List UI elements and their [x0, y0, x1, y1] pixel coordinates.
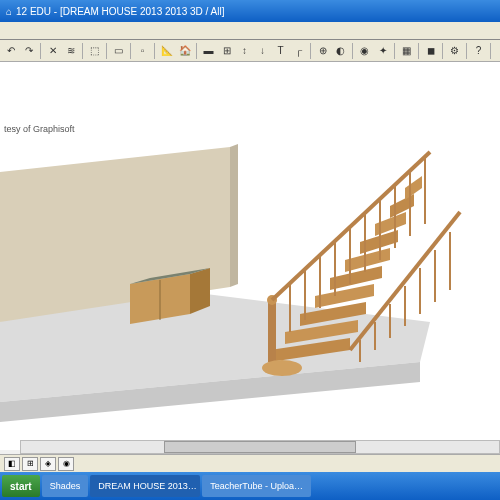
taskbar-item-0[interactable]: Shades [42, 475, 89, 497]
fill-icon[interactable]: ◼ [422, 42, 439, 59]
app-icon: ⌂ [6, 6, 12, 17]
svg-marker-4 [330, 266, 382, 290]
toolbar-separator [442, 43, 443, 59]
scrollbar-thumb[interactable] [164, 441, 355, 453]
bottombar-button-0[interactable]: ◧ [4, 457, 20, 471]
window-title: 12 EDU - [DREAM HOUSE 2013 2013 3D / All… [16, 6, 224, 17]
drop-icon[interactable]: ↓ [254, 42, 271, 59]
status-text: tesy of Graphisoft [4, 124, 75, 134]
taskbar-item-2[interactable]: TeacherTube - Uploa… [202, 475, 311, 497]
toolbar-separator [310, 43, 311, 59]
toolbar-separator [130, 43, 131, 59]
svg-point-31 [262, 360, 302, 376]
taskbar: start ShadesDREAM HOUSE 2013…TeacherTube… [0, 472, 500, 500]
toolbar-separator [418, 43, 419, 59]
svg-rect-10 [268, 302, 276, 362]
toolbar-separator [40, 43, 41, 59]
select-icon[interactable]: ▭ [110, 42, 127, 59]
house-icon[interactable]: 🏠 [176, 42, 193, 59]
start-button[interactable]: start [2, 475, 40, 497]
bottom-toolbar: ◧⊞◈◉ [0, 454, 500, 472]
taskbar-item-1[interactable]: DREAM HOUSE 2013… [90, 475, 200, 497]
undo-icon[interactable]: ↶ [2, 42, 19, 59]
element-icon[interactable]: ▫ [134, 42, 151, 59]
viewport-3d[interactable] [0, 62, 500, 450]
titlebar: ⌂ 12 EDU - [DREAM HOUSE 2013 2013 3D / A… [0, 0, 500, 22]
settings-icon[interactable]: ⚙ [446, 42, 463, 59]
window-icon[interactable]: ⬚ [86, 42, 103, 59]
toolbar-separator [154, 43, 155, 59]
height-icon[interactable]: ↕ [236, 42, 253, 59]
corner-icon[interactable]: ┌ [290, 42, 307, 59]
shade-icon[interactable]: ◐ [332, 42, 349, 59]
wall-icon[interactable]: ▬ [200, 42, 217, 59]
toolbar-separator [106, 43, 107, 59]
toolbar-separator [466, 43, 467, 59]
measure-icon[interactable]: 📐 [158, 42, 175, 59]
help-icon[interactable]: ? [470, 42, 487, 59]
toolbar-separator [352, 43, 353, 59]
cabinet-side [190, 268, 210, 314]
bottombar-button-3[interactable]: ◉ [58, 457, 74, 471]
redo-icon[interactable]: ↷ [20, 42, 37, 59]
workspace: tesy of Graphisoft [0, 62, 500, 450]
text-icon[interactable]: T [272, 42, 289, 59]
toolbar: ↶↷✕≋⬚▭▫📐🏠▬⊞↕↓T┌⊕◐◉✦▦◼⚙? [0, 40, 500, 62]
star-icon[interactable]: ✦ [374, 42, 391, 59]
tool-icon[interactable]: ≋ [62, 42, 79, 59]
bottombar-button-2[interactable]: ◈ [40, 457, 56, 471]
horizontal-scrollbar[interactable] [20, 440, 500, 454]
toolbar-separator [490, 43, 491, 59]
wall-side [230, 144, 238, 287]
add-icon[interactable]: ⊕ [314, 42, 331, 59]
toolbar-separator [394, 43, 395, 59]
staircase [262, 152, 460, 376]
hatch-icon[interactable]: ▦ [398, 42, 415, 59]
grid-icon[interactable]: ⊞ [218, 42, 235, 59]
close-icon[interactable]: ✕ [44, 42, 61, 59]
toolbar-separator [82, 43, 83, 59]
bottombar-button-1[interactable]: ⊞ [22, 457, 38, 471]
target-icon[interactable]: ◉ [356, 42, 373, 59]
toolbar-separator [196, 43, 197, 59]
menubar[interactable] [0, 22, 500, 40]
